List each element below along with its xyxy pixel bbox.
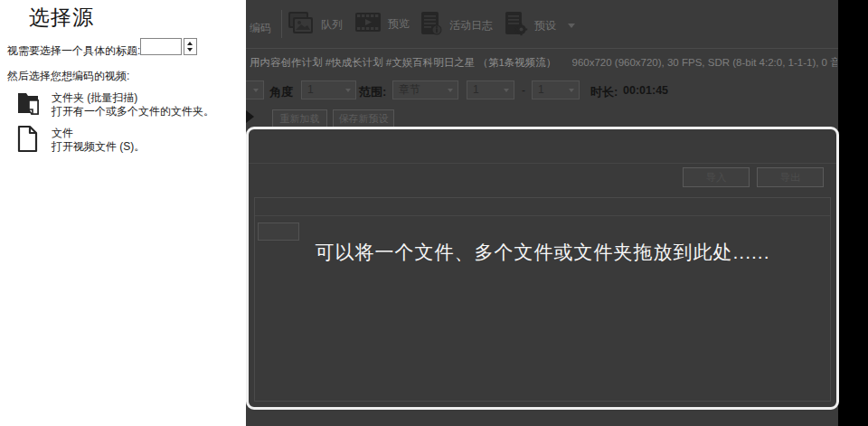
title-number-stepper[interactable] xyxy=(184,38,197,55)
presets-icon xyxy=(504,11,528,40)
chevron-down-icon xyxy=(448,89,453,92)
presets-label: 预设 xyxy=(534,18,556,33)
play-icon xyxy=(246,110,254,123)
preview-label: 预览 xyxy=(388,16,410,32)
preview-icon xyxy=(354,11,382,37)
title-number-input[interactable] xyxy=(140,38,182,55)
import-button[interactable]: 导入 xyxy=(683,167,750,187)
spinner-up-icon[interactable] xyxy=(187,42,193,45)
folder-icon xyxy=(16,90,43,122)
range-label: 范围: xyxy=(359,84,386,100)
angle-select[interactable]: 1 xyxy=(301,80,356,99)
chevron-down-icon xyxy=(569,89,574,92)
file-list-chip[interactable] xyxy=(258,222,299,241)
activity-log-icon xyxy=(420,11,443,40)
queue-label: 队列 xyxy=(321,17,343,33)
spinner-down-icon[interactable] xyxy=(187,48,193,52)
file-list-area[interactable]: 可以将一个文件、多个文件或文件夹拖放到此处...... xyxy=(254,197,831,402)
presets-dropdown-caret-icon xyxy=(568,24,575,28)
activity-log-label: 活动日志 xyxy=(449,18,493,33)
duration-value: 00:01:45 xyxy=(623,84,668,97)
title-prompt-label: 视需要选择一个具体的标题: xyxy=(7,43,140,59)
dialog-header xyxy=(249,129,836,164)
angle-label: 角度 xyxy=(269,84,293,100)
chapter-end-select[interactable]: 1 xyxy=(532,80,580,99)
source-format-details: 960x720 (960x720), 30 FPS, SDR (8-bit 4:… xyxy=(571,57,837,68)
page-title: 选择源 xyxy=(29,4,94,32)
chevron-down-icon xyxy=(253,89,259,92)
desktop-background xyxy=(838,0,868,426)
file-option-description: 打开视频文件 (S)。 xyxy=(52,139,145,155)
chapter-start-select[interactable]: 1 xyxy=(467,80,514,99)
chevron-down-icon xyxy=(504,89,509,92)
range-mode-select[interactable]: 章节 xyxy=(392,80,458,99)
queue-icon xyxy=(288,11,315,39)
export-button[interactable]: 导出 xyxy=(757,167,824,187)
open-file-option[interactable]: 文件 打开视频文件 (S)。 xyxy=(0,125,246,156)
source-selection-panel: 选择源 视需要选择一个具体的标题: 然后选择您想编码的视频: 文件夹 (批量扫描… xyxy=(0,0,246,426)
duration-label: 时长: xyxy=(590,84,618,100)
file-list-header xyxy=(255,198,830,216)
video-prompt-label: 然后选择您想编码的视频: xyxy=(7,69,129,84)
drop-hint-text: 可以将一个文件、多个文件或文件夹拖放到此处...... xyxy=(255,240,830,265)
queue-button[interactable]: 队列 xyxy=(288,11,343,39)
source-title: 用内容创作计划 #快成长计划 #文娱百科明日之星 （第1条视频流） xyxy=(250,57,556,68)
activity-log-button[interactable]: 活动日志 xyxy=(420,11,493,40)
source-info-line: 用内容创作计划 #快成长计划 #文娱百科明日之星 （第1条视频流） 960x72… xyxy=(250,56,837,70)
presets-button[interactable]: 预设 xyxy=(504,11,575,40)
folder-option-description: 打开有一个或多个文件的文件夹。 xyxy=(52,104,214,119)
toolbar-separator xyxy=(281,10,282,38)
chevron-down-icon xyxy=(345,89,351,92)
file-icon xyxy=(16,125,40,157)
start-encode-button[interactable]: 编码 xyxy=(250,21,271,36)
preview-button[interactable]: 预览 xyxy=(354,11,410,37)
reload-button[interactable]: 重新加载 xyxy=(272,109,327,128)
save-new-preset-button[interactable]: 保存新预设 xyxy=(333,109,394,128)
range-separator: - xyxy=(522,84,525,97)
open-folder-option[interactable]: 文件夹 (批量扫描) 打开有一个或多个文件的文件夹。 xyxy=(0,90,246,120)
drop-files-dialog: 导入 导出 可以将一个文件、多个文件或文件夹拖放到此处...... xyxy=(246,127,839,410)
